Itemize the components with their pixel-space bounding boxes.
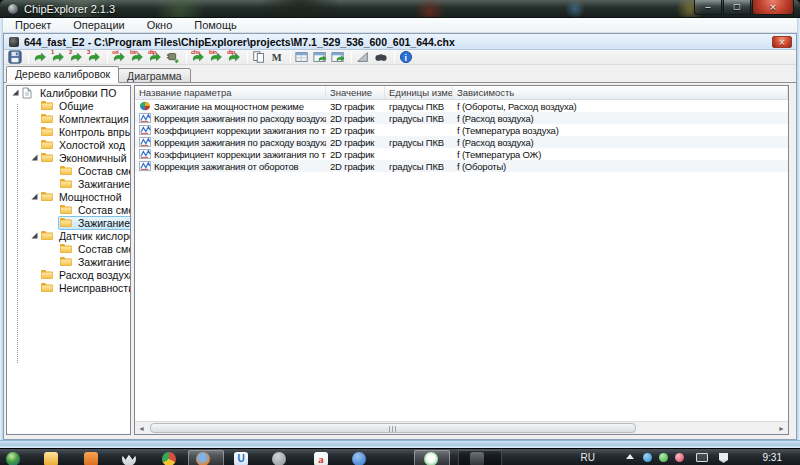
import-dtp-icon[interactable]: dtp	[148, 50, 164, 64]
taskbar-app-orange[interactable]	[84, 452, 98, 465]
tree-item-неисправности[interactable]: Неисправности	[7, 281, 130, 294]
minimize-button[interactable]	[694, 0, 722, 15]
menu-item-4[interactable]: Помощь	[183, 18, 248, 33]
tree-item-состав-смеси[interactable]: Состав смеси	[7, 203, 130, 216]
restore-2-icon[interactable]: 2	[69, 50, 85, 64]
maximize-button[interactable]	[723, 0, 751, 15]
horizontal-scrollbar[interactable]: ◄ ►	[135, 421, 788, 434]
tree-item-холостой-ход[interactable]: Холостой ход	[7, 138, 130, 151]
tab-calibration-tree[interactable]: Дерево калибровок	[6, 66, 119, 83]
chart-2d-icon	[139, 125, 152, 135]
column-header-1[interactable]: Название параметра	[135, 86, 326, 99]
expand-arrow-icon[interactable]	[11, 88, 20, 97]
document-close-button[interactable]	[772, 36, 792, 48]
graph-icon[interactable]	[356, 50, 372, 64]
table-row[interactable]: Коэффициент коррекции зажигания по темпе…	[135, 124, 788, 136]
main-titlebar[interactable]: ChipExplorer 2.1.3	[0, 0, 800, 18]
expand-arrow-icon[interactable]	[30, 231, 39, 240]
restore-1-icon[interactable]: 1	[51, 50, 67, 64]
tray-green-icon[interactable]	[659, 453, 668, 462]
export-chs-icon[interactable]: chs	[191, 50, 207, 64]
column-header-3[interactable]: Единицы изме...	[385, 86, 453, 99]
tree-item-комплектация[interactable]: Комплектация	[7, 112, 130, 125]
tree-item-label: Зажигание	[76, 178, 131, 190]
tree-item-контроль-впрыска[interactable]: Контроль впрыска	[7, 125, 130, 138]
taskbar-app-blue[interactable]	[352, 452, 366, 465]
table-window-icon[interactable]	[295, 50, 311, 64]
start-button[interactable]	[6, 452, 20, 465]
table-header: Название параметраЗначениеЕдиницы изме..…	[135, 86, 788, 100]
import-device-icon[interactable]	[166, 50, 182, 64]
action-center-icon[interactable]	[719, 453, 728, 463]
scrollbar-thumb[interactable]	[150, 423, 636, 433]
info-icon[interactable]: i	[399, 50, 415, 64]
tray-blue-icon[interactable]	[643, 453, 652, 462]
tree-item-content: Калибровки ПО	[20, 86, 119, 100]
cell-units	[385, 148, 453, 160]
cell-value: 3D график	[326, 100, 385, 112]
expand-arrow-icon[interactable]	[30, 153, 39, 162]
caption-buttons	[693, 0, 794, 15]
taskbar-active-app[interactable]	[470, 452, 484, 465]
tab-diagram[interactable]: Диаграмма	[118, 68, 191, 83]
taskbar-opera[interactable]: a	[314, 452, 328, 465]
tray-red-icon[interactable]	[675, 453, 684, 462]
clock[interactable]: 9:31	[763, 452, 782, 463]
table-row[interactable]: Зажигание на мощностном режиме3D графикг…	[135, 100, 788, 112]
search-binoculars-icon[interactable]	[374, 50, 390, 64]
table-row[interactable]: Коэффициент коррекции зажигания по темпе…	[135, 148, 788, 160]
scroll-left-arrow-icon[interactable]: ◄	[135, 423, 148, 434]
compare-icon[interactable]: M	[270, 50, 286, 64]
table-export-icon[interactable]	[331, 50, 347, 64]
taskbar-app-grey[interactable]	[272, 452, 286, 465]
taskbar-firefox[interactable]	[196, 452, 210, 465]
tree-item-экономичный[interactable]: Экономичный	[7, 151, 130, 164]
tree-indent	[49, 218, 58, 227]
export-dtp-icon[interactable]: dtp	[227, 50, 243, 64]
tree-item-зажигание[interactable]: Зажигание	[7, 177, 130, 190]
tree-item-зажигание[interactable]: Зажигание	[7, 216, 130, 229]
toolbar-separator	[351, 51, 352, 63]
taskbar-explorer[interactable]	[44, 452, 58, 465]
menu-item-2[interactable]: Операции	[62, 18, 135, 33]
tray-expand-icon[interactable]	[626, 454, 634, 459]
taskbar-app-m[interactable]	[122, 452, 136, 465]
close-button[interactable]	[752, 0, 794, 15]
table-import-icon[interactable]	[313, 50, 329, 64]
svg-text:M: M	[272, 52, 282, 63]
table-row[interactable]: Коррекция зажигания по расходу воздуха2D…	[135, 136, 788, 148]
menu-item-3[interactable]: Окно	[136, 18, 184, 33]
table-row[interactable]: Коррекция зажигания от оборотов2D график…	[135, 160, 788, 172]
expand-arrow-icon[interactable]	[30, 192, 39, 201]
open-project-icon[interactable]	[33, 50, 49, 64]
document-titlebar[interactable]: 644_fast_E2 - C:\Program Files\ChipExplo…	[4, 34, 796, 50]
restore-3-icon[interactable]: 3	[87, 50, 103, 64]
tree-item-общие[interactable]: Общие	[7, 99, 130, 112]
tree-item-состав-смеси[interactable]: Состав смеси	[7, 164, 130, 177]
save-icon[interactable]	[8, 50, 24, 64]
column-header-2[interactable]: Значение	[326, 86, 385, 99]
scroll-right-arrow-icon[interactable]: ►	[775, 423, 788, 434]
tree-item-мощностной[interactable]: Мощностной	[7, 190, 130, 203]
export-bin-icon[interactable]: bin	[209, 50, 225, 64]
network-icon[interactable]	[696, 453, 708, 462]
parameter-table-panel: Название параметраЗначениеЕдиницы изме..…	[134, 85, 789, 435]
table-row[interactable]: Коррекция зажигания по расходу воздуха п…	[135, 112, 788, 124]
menu-item-1[interactable]: Проект	[4, 18, 62, 33]
column-header-4[interactable]: Зависимость	[453, 86, 788, 99]
taskbar-app-green[interactable]	[424, 452, 438, 465]
import-bin-icon[interactable]: bin	[130, 50, 146, 64]
tree-item-расход-воздуха[interactable]: Расход воздуха	[7, 268, 130, 281]
tree-item-content: Зажигание	[58, 216, 131, 230]
copy-pages-icon[interactable]	[252, 50, 268, 64]
language-indicator[interactable]: RU	[581, 452, 595, 463]
cell-name: Коррекция зажигания по расходу воздуха	[135, 136, 326, 148]
tree-item-состав-смеси[interactable]: Состав смеси	[7, 242, 130, 255]
tree-item-датчик-кислорода[interactable]: Датчик кислорода	[7, 229, 130, 242]
tree-item-зажигание[interactable]: Зажигание	[7, 255, 130, 268]
import-ori-icon[interactable]: ori	[112, 50, 128, 64]
taskbar-app-blue-u[interactable]: U	[234, 452, 248, 465]
tree-item-калибровки-по[interactable]: Калибровки ПО	[7, 86, 130, 99]
taskbar-chrome[interactable]	[162, 452, 176, 465]
tree-item-label: Экономичный	[57, 152, 129, 164]
